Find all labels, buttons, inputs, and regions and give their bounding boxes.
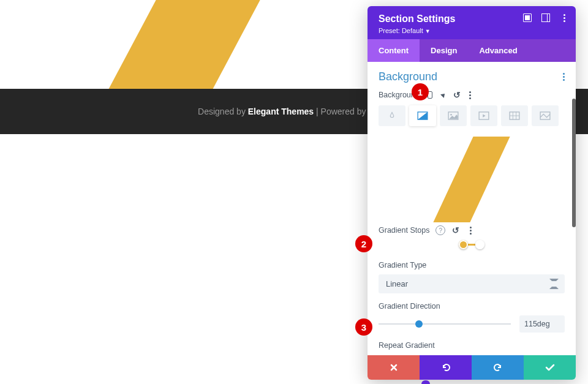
snap-icon[interactable] [541, 13, 550, 22]
panel-header: Section Settings Preset: Default ▼ [368, 6, 576, 39]
bg-tab-pattern[interactable] [501, 105, 528, 126]
cancel-button[interactable] [368, 355, 420, 380]
gradient-type-label: Gradient Type [379, 261, 565, 269]
gradient-direction-input[interactable] [519, 315, 565, 333]
stops-menu-icon[interactable] [466, 226, 475, 235]
repeat-gradient-label: Repeat Gradient [379, 341, 565, 350]
bg-tab-image[interactable] [440, 105, 467, 126]
help-icon[interactable]: ? [435, 225, 445, 235]
panel-menu-icon[interactable] [560, 13, 568, 22]
save-button[interactable] [524, 355, 576, 380]
gradient-type-field: Gradient Type Linear [379, 261, 565, 293]
settings-panel: Section Settings Preset: Default ▼ Conte… [368, 6, 576, 380]
svg-point-2 [450, 114, 452, 116]
section-menu-icon[interactable] [563, 73, 565, 81]
gradient-stop-1[interactable] [459, 240, 468, 249]
bg-tab-color[interactable] [379, 105, 405, 126]
expand-icon[interactable] [523, 13, 532, 22]
reset-icon[interactable]: ↺ [453, 91, 461, 99]
repeat-gradient-field: Repeat Gradient [379, 341, 565, 350]
undo-button[interactable] [420, 355, 472, 380]
hover-icon[interactable] [439, 91, 448, 99]
panel-body: Background Background ↺ Gradient Stops [368, 62, 576, 355]
gradient-preview-shape [433, 137, 510, 222]
annotation-1: 1 [412, 83, 429, 100]
footer-powered-by: | Powered by [314, 107, 368, 116]
redo-button[interactable] [472, 355, 524, 380]
gradient-direction-label: Gradient Direction [379, 302, 565, 311]
tab-advanced[interactable]: Advanced [468, 39, 528, 62]
background-type-tabs [379, 105, 565, 126]
gradient-preview [379, 134, 565, 225]
page-gradient-shape [102, 0, 320, 101]
tab-content[interactable]: Content [368, 39, 420, 62]
field-menu-icon[interactable] [466, 91, 475, 99]
panel-tabs: Content Design Advanced [368, 39, 576, 62]
annotation-2: 2 [355, 235, 372, 252]
gradient-type-select[interactable]: Linear [379, 274, 565, 293]
bottom-indicator [421, 380, 430, 384]
gradient-stops-slider[interactable] [459, 240, 484, 250]
tab-design[interactable]: Design [420, 39, 468, 62]
annotation-3: 3 [355, 318, 372, 336]
slider-thumb[interactable] [415, 320, 423, 328]
bg-tab-gradient[interactable] [409, 105, 436, 126]
bg-tab-mask[interactable] [532, 105, 559, 126]
gradient-stops-label-row: Gradient Stops ? ↺ [379, 225, 565, 235]
section-background-title[interactable]: Background [379, 70, 565, 83]
footer-theme-link[interactable]: Elegant Themes [248, 107, 314, 116]
preset-dropdown[interactable]: Preset: Default ▼ [379, 27, 565, 34]
gradient-stop-2[interactable] [475, 240, 484, 249]
scrollbar-thumb[interactable] [572, 99, 576, 227]
gradient-direction-field: Gradient Direction [379, 302, 565, 333]
background-field-label-row: Background ↺ [379, 91, 565, 99]
reset-stops-icon[interactable]: ↺ [451, 226, 460, 235]
gradient-direction-slider[interactable] [379, 319, 511, 329]
bg-tab-video[interactable] [470, 105, 497, 126]
gradient-stops-label: Gradient Stops [379, 226, 429, 235]
panel-footer [368, 355, 576, 380]
footer-designed-by: Designed by [198, 107, 248, 116]
